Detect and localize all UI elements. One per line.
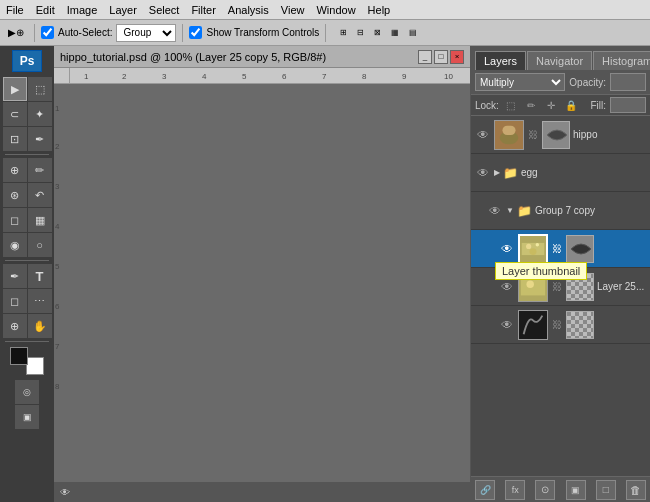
shape-tool[interactable]: ◻ <box>3 289 27 313</box>
eye-icon-layer25[interactable]: 👁 <box>499 279 515 295</box>
lock-position-icon[interactable]: ✛ <box>543 97 559 113</box>
svg-point-10 <box>526 280 533 287</box>
menu-layer[interactable]: Layer <box>103 4 143 16</box>
menu-image[interactable]: Image <box>61 4 104 16</box>
tab-layers[interactable]: Layers <box>475 51 526 70</box>
layer-thumb-layer25copy5[interactable] <box>518 234 548 264</box>
background-color[interactable] <box>26 357 44 375</box>
autoselect-dropdown[interactable]: Group Layer <box>116 24 176 42</box>
align-btn-3[interactable]: ⊠ <box>370 26 385 39</box>
main-area: Ps ▶ ⬚ ⊂ ✦ ⊡ ✒ ⊕ ✏ ⊛ ↶ ◻ ▦ ◉ ○ <box>0 46 650 502</box>
menu-edit[interactable]: Edit <box>30 4 61 16</box>
link-layers-button[interactable]: 🔗 <box>475 480 495 500</box>
eye-icon-layer25c5[interactable]: 👁 <box>499 241 515 257</box>
chain-icon-layer25: ⛓ <box>551 281 563 293</box>
layer-mask-layer25c5 <box>566 235 594 263</box>
pen-tool[interactable]: ✒ <box>3 264 27 288</box>
menu-filter[interactable]: Filter <box>185 4 221 16</box>
menu-select[interactable]: Select <box>143 4 186 16</box>
svg-rect-11 <box>519 311 547 339</box>
menu-view[interactable]: View <box>275 4 311 16</box>
dodge-tool[interactable]: ○ <box>28 233 52 257</box>
move-tool-button[interactable]: ▶⊕ <box>4 25 28 40</box>
opacity-input[interactable]: 80% <box>610 73 646 91</box>
show-transform-label: Show Transform Controls <box>206 27 319 38</box>
lasso-tool[interactable]: ⊂ <box>3 102 27 126</box>
eye-icon-hippo[interactable]: 👁 <box>475 127 491 143</box>
brush-tool[interactable]: ✏ <box>28 158 52 182</box>
layer-thumb-layer25 <box>518 272 548 302</box>
tab-histogram[interactable]: Histogram <box>593 51 650 70</box>
zoom-tool[interactable]: ⊕ <box>3 314 27 338</box>
align-btn-5[interactable]: ▤ <box>405 26 421 39</box>
hand-tool[interactable]: ✋ <box>28 314 52 338</box>
fill-input[interactable]: 100% <box>610 97 646 113</box>
clone-tool[interactable]: ⊛ <box>3 183 27 207</box>
move-tool[interactable]: ▶ <box>3 77 27 101</box>
screen-mode-btn[interactable]: ▣ <box>15 405 39 429</box>
blend-mode-select[interactable]: Multiply Normal Screen Overlay <box>475 73 565 91</box>
triangle-icon-group7[interactable]: ▼ <box>506 206 514 215</box>
layer-item-group7copy[interactable]: 👁 ▼ 📁 Group 7 copy <box>471 192 650 230</box>
show-transform-checkbox[interactable] <box>189 26 202 39</box>
layer-mask-hippo <box>542 121 570 149</box>
align-btn-2[interactable]: ⊟ <box>353 26 368 39</box>
path-tool[interactable]: ⋯ <box>28 289 52 313</box>
history-tool[interactable]: ↶ <box>28 183 52 207</box>
ruler-tick: 8 <box>362 72 366 81</box>
lock-row: Lock: ⬚ ✏ ✛ 🔒 Fill: 100% <box>471 95 650 116</box>
new-group-button[interactable]: ▣ <box>566 480 586 500</box>
blur-tool[interactable]: ◉ <box>3 233 27 257</box>
layer-item-hippo[interactable]: 👁 ⛓ hippo <box>471 116 650 154</box>
tab-navigator[interactable]: Navigator <box>527 51 592 70</box>
menu-file[interactable]: File <box>0 4 30 16</box>
foreground-color[interactable] <box>10 347 28 365</box>
eye-icon-bottom[interactable]: 👁 <box>499 317 515 333</box>
text-tool[interactable]: T <box>28 264 52 288</box>
layer-item-egg-group[interactable]: 👁 ▶ 📁 egg <box>471 154 650 192</box>
layer-name-egg: egg <box>521 167 646 178</box>
lock-transparent-icon[interactable]: ⬚ <box>503 97 519 113</box>
new-layer-button[interactable]: □ <box>596 480 616 500</box>
layer-item-layer25[interactable]: 👁 ⛓ Layer 25... <box>471 268 650 306</box>
layer-item-bottom[interactable]: 👁 ⛓ <box>471 306 650 344</box>
svg-point-7 <box>530 248 537 255</box>
lock-all-icon[interactable]: 🔒 <box>563 97 579 113</box>
svg-rect-9 <box>521 278 545 295</box>
crop-tool[interactable]: ⊡ <box>3 127 27 151</box>
layer-mask-bottom <box>566 311 594 339</box>
ruler-tick-v: 4 <box>55 222 59 231</box>
maximize-button[interactable]: □ <box>434 50 448 64</box>
select-tool[interactable]: ⬚ <box>28 77 52 101</box>
menu-window[interactable]: Window <box>310 4 361 16</box>
delete-layer-button[interactable]: 🗑 <box>626 480 646 500</box>
eyedropper-tool[interactable]: ✒ <box>28 127 52 151</box>
gradient-tool[interactable]: ▦ <box>28 208 52 232</box>
lock-label: Lock: <box>475 100 499 111</box>
add-mask-button[interactable]: ⊙ <box>535 480 555 500</box>
close-button[interactable]: × <box>450 50 464 64</box>
toolbar-separator2 <box>182 24 183 42</box>
eye-icon-group7[interactable]: 👁 <box>487 203 503 219</box>
chain-icon-layer25c5: ⛓ <box>551 243 563 255</box>
autoselect-checkbox[interactable] <box>41 26 54 39</box>
menu-help[interactable]: Help <box>362 4 397 16</box>
align-btn-4[interactable]: ▦ <box>387 26 403 39</box>
fx-button[interactable]: fx <box>505 480 525 500</box>
layer-item-layer25copy5[interactable]: 👁 ⛓ Layer <box>471 230 650 268</box>
heal-tool[interactable]: ⊕ <box>3 158 27 182</box>
menu-analysis[interactable]: Analysis <box>222 4 275 16</box>
quick-mask-tool[interactable]: ◎ <box>15 380 39 404</box>
align-btn-1[interactable]: ⊞ <box>336 26 351 39</box>
ruler-tick: 5 <box>242 72 246 81</box>
canvas-status-bar: 👁 <box>54 482 470 502</box>
eraser-tool[interactable]: ◻ <box>3 208 27 232</box>
triangle-icon-egg[interactable]: ▶ <box>494 168 500 177</box>
lock-paint-icon[interactable]: ✏ <box>523 97 539 113</box>
panel-tabs: Layers Navigator Histogram <box>471 46 650 70</box>
color-swatches[interactable] <box>10 347 44 375</box>
eye-icon-egg[interactable]: 👁 <box>475 165 491 181</box>
eye-icon-bottom[interactable]: 👁 <box>60 487 70 498</box>
magic-wand-tool[interactable]: ✦ <box>28 102 52 126</box>
minimize-button[interactable]: _ <box>418 50 432 64</box>
